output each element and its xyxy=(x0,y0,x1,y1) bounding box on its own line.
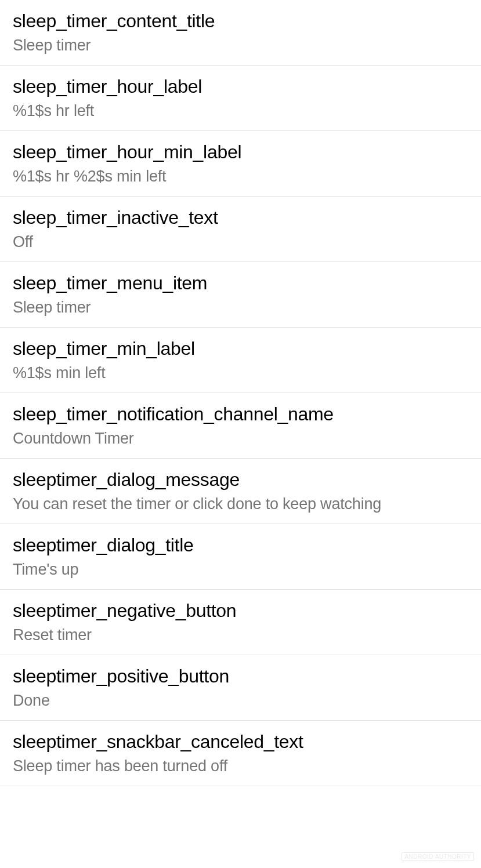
resource-key: sleep_timer_notification_channel_name xyxy=(13,404,468,425)
resource-key: sleep_timer_hour_label xyxy=(13,76,468,97)
resource-key: sleeptimer_dialog_title xyxy=(13,535,468,556)
resource-key: sleep_timer_content_title xyxy=(13,10,468,32)
resource-key: sleeptimer_snackbar_canceled_text xyxy=(13,731,468,753)
list-item[interactable]: sleep_timer_hour_label %1$s hr left xyxy=(0,66,481,131)
resource-value: %1$s min left xyxy=(13,364,468,382)
resource-key: sleep_timer_inactive_text xyxy=(13,207,468,228)
resource-value: Sleep timer xyxy=(13,37,468,55)
list-item[interactable]: sleep_timer_hour_min_label %1$s hr %2$s … xyxy=(0,131,481,197)
resource-value: You can reset the timer or click done to… xyxy=(13,495,468,513)
list-item[interactable]: sleep_timer_menu_item Sleep timer xyxy=(0,262,481,328)
list-item[interactable]: sleeptimer_snackbar_canceled_text Sleep … xyxy=(0,721,481,786)
resource-key: sleeptimer_dialog_message xyxy=(13,469,468,491)
resource-value: Reset timer xyxy=(13,626,468,644)
resource-value: Off xyxy=(13,233,468,251)
list-item[interactable]: sleeptimer_dialog_title Time's up xyxy=(0,524,481,590)
list-item[interactable]: sleeptimer_negative_button Reset timer xyxy=(0,590,481,655)
list-item[interactable]: sleep_timer_notification_channel_name Co… xyxy=(0,393,481,459)
resource-key: sleep_timer_menu_item xyxy=(13,273,468,294)
resource-value: Sleep timer has been turned off xyxy=(13,757,468,775)
resource-value: Done xyxy=(13,692,468,710)
list-item[interactable]: sleep_timer_min_label %1$s min left xyxy=(0,328,481,393)
resource-value: %1$s hr %2$s min left xyxy=(13,168,468,186)
list-item[interactable]: sleep_timer_inactive_text Off xyxy=(0,197,481,262)
resource-value: Countdown Timer xyxy=(13,430,468,448)
list-item[interactable]: sleeptimer_positive_button Done xyxy=(0,655,481,721)
resource-key: sleep_timer_hour_min_label xyxy=(13,141,468,163)
string-resource-list: sleep_timer_content_title Sleep timer sl… xyxy=(0,0,481,786)
resource-key: sleeptimer_positive_button xyxy=(13,666,468,687)
list-item[interactable]: sleeptimer_dialog_message You can reset … xyxy=(0,459,481,524)
resource-value: Sleep timer xyxy=(13,299,468,317)
list-item[interactable]: sleep_timer_content_title Sleep timer xyxy=(0,0,481,66)
resource-key: sleep_timer_min_label xyxy=(13,338,468,359)
resource-value: %1$s hr left xyxy=(13,102,468,120)
resource-value: Time's up xyxy=(13,561,468,579)
resource-key: sleeptimer_negative_button xyxy=(13,600,468,622)
